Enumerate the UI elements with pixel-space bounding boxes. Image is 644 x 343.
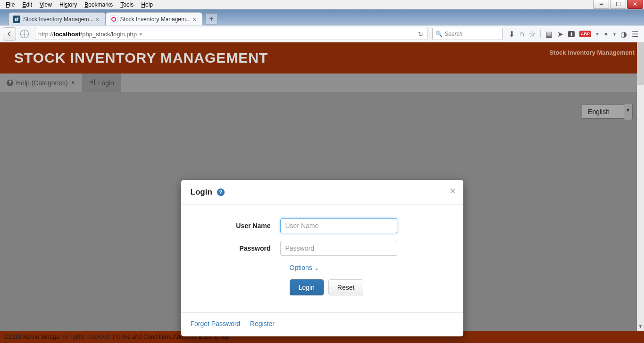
url-host: localhost: [54, 31, 81, 38]
vertical-scrollbar[interactable]: ▲ ▼: [637, 42, 644, 331]
register-link[interactable]: Register: [250, 320, 275, 327]
scrollbar-thumb[interactable]: [637, 42, 644, 85]
username-row: User Name: [195, 218, 449, 233]
page-viewport: STOCK INVENTORY MANAGEMENT Stock Invento…: [0, 42, 644, 343]
new-tab-button[interactable]: +: [205, 13, 217, 24]
login-button[interactable]: Login: [290, 279, 324, 295]
back-button[interactable]: [3, 27, 16, 41]
identity-button[interactable]: [18, 27, 31, 41]
search-box[interactable]: 🔍 Search: [432, 28, 503, 40]
language-value: English: [582, 108, 624, 115]
search-placeholder: Search: [444, 31, 462, 37]
login-modal: Login ? × User Name Password Options⌄ Lo…: [181, 180, 463, 336]
options-link: Options⌄: [290, 264, 319, 271]
password-row: Password: [195, 241, 449, 256]
library-icon[interactable]: ▤: [545, 30, 552, 39]
tab-close-icon[interactable]: ×: [93, 16, 101, 23]
extra-icon[interactable]: ▾: [596, 31, 599, 37]
modal-title: Login: [191, 188, 212, 197]
minimize-button[interactable]: ━: [593, 0, 609, 9]
site-title: STOCK INVENTORY MANAGEMENT: [14, 50, 268, 66]
modal-body: User Name Password Options⌄ Login Reset: [181, 205, 463, 304]
header-right-text: Stock Inventory Management: [549, 49, 635, 56]
sync-icon[interactable]: ◑: [620, 30, 627, 39]
abp-icon[interactable]: ABP: [579, 31, 591, 37]
login-icon: [89, 79, 95, 87]
footer-rights: . All rights reserved. |: [59, 334, 115, 340]
menu-file[interactable]: File: [2, 0, 18, 9]
nav-login[interactable]: Login: [82, 74, 121, 92]
site-nav: ? Help (Categories) ▼ Login: [0, 74, 644, 92]
window-controls: ━ ☐ ✕: [593, 0, 644, 9]
arrow-left-icon: [6, 31, 13, 37]
help-icon[interactable]: ?: [217, 188, 225, 196]
menu-tools[interactable]: Tools: [117, 0, 137, 9]
nav-label: Help (Categories): [16, 79, 68, 87]
send-icon[interactable]: ➤: [557, 30, 563, 39]
tab-close-icon[interactable]: ×: [191, 16, 198, 23]
url-bar[interactable]: http://localhost/php_stock/login.php ▾ ↻: [35, 28, 427, 40]
button-row: Login Reset: [290, 279, 449, 295]
tab-title: Stock Inventory Managem...: [23, 16, 93, 23]
modal-header: Login ? ×: [181, 180, 463, 205]
browser-menubar: File Edit View History Bookmarks Tools H…: [0, 0, 644, 9]
chevron-down-icon: ▼: [624, 104, 632, 120]
maximize-button[interactable]: ☐: [610, 0, 626, 9]
menu-view[interactable]: View: [36, 0, 56, 9]
nav-label: Login: [98, 79, 114, 87]
globe-icon: [20, 30, 29, 38]
favicon-icon: [110, 16, 117, 23]
modal-footer: Forgot Password Register: [181, 312, 463, 336]
home-icon[interactable]: ⌂: [519, 30, 524, 38]
modal-close-icon[interactable]: ×: [450, 186, 456, 196]
nav-help-categories[interactable]: ? Help (Categories) ▼: [0, 74, 82, 92]
password-label: Password: [195, 245, 280, 252]
hamburger-menu-icon[interactable]: ☰: [632, 30, 638, 39]
browser-tabstrip: sf Stock Inventory Managem... × Stock In…: [0, 9, 644, 25]
menu-help[interactable]: Help: [137, 0, 157, 9]
footer-author-link[interactable]: Marino Sinaga: [21, 334, 59, 340]
browser-tab-inactive[interactable]: sf Stock Inventory Managem... ×: [8, 12, 106, 25]
options-toggle[interactable]: Options⌄: [290, 263, 449, 272]
url-prefix: http://: [38, 31, 54, 38]
password-input[interactable]: [280, 241, 397, 256]
caret-icon[interactable]: ▾: [613, 32, 616, 37]
footer-copyright: ©2015: [4, 334, 21, 340]
site-header: STOCK INVENTORY MANAGEMENT Stock Invento…: [0, 42, 644, 74]
bookmark-star-icon[interactable]: ☆: [529, 30, 535, 39]
language-select[interactable]: English ▼: [582, 105, 633, 119]
caret-down-icon: ▼: [71, 80, 75, 85]
reload-button[interactable]: ↻: [414, 31, 427, 38]
scroll-down-icon[interactable]: ▼: [637, 324, 644, 331]
search-icon: 🔍: [435, 31, 443, 37]
menu-history[interactable]: History: [56, 0, 81, 9]
addon-icon[interactable]: ✦: [603, 31, 609, 38]
forgot-password-link[interactable]: Forgot Password: [191, 320, 241, 327]
separator: [540, 30, 541, 38]
username-label: User Name: [195, 222, 280, 229]
download-box-icon[interactable]: ⬇: [568, 31, 575, 37]
username-input[interactable]: [280, 218, 397, 233]
reset-button[interactable]: Reset: [328, 279, 364, 295]
close-window-button[interactable]: ✕: [627, 0, 643, 9]
chevron-down-icon: ⌄: [314, 265, 319, 271]
footer-terms-link[interactable]: Terms and Conditions: [114, 334, 171, 340]
dropdown-icon[interactable]: ▾: [137, 32, 145, 37]
browser-toolbar-right: ⬇ ⌂ ☆ ▤ ➤ ⬇ ABP ▾ ✦ ▾ ◑ ☰: [505, 30, 641, 39]
browser-tab-active[interactable]: Stock Inventory Managem... ×: [106, 12, 203, 25]
favicon-icon: sf: [13, 16, 20, 23]
help-icon: ?: [7, 80, 13, 86]
menu-bookmarks[interactable]: Bookmarks: [81, 0, 117, 9]
downloads-icon[interactable]: ⬇: [509, 30, 515, 39]
tab-title: Stock Inventory Managem...: [120, 16, 191, 23]
url-path: /php_stock/login.php: [81, 31, 137, 38]
browser-navbar: http://localhost/php_stock/login.php ▾ ↻…: [0, 25, 644, 42]
menu-edit[interactable]: Edit: [18, 0, 36, 9]
